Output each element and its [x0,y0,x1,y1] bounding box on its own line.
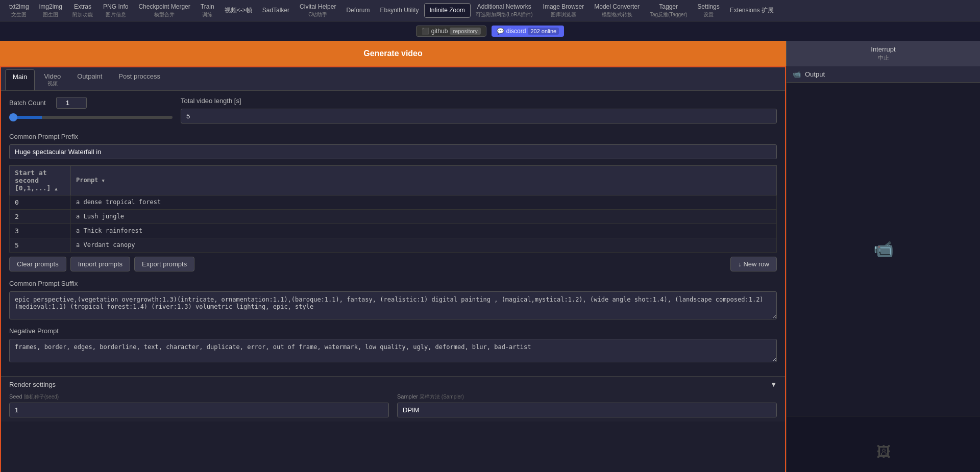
interrupt-button[interactable]: Interrupt 中止 [786,41,980,66]
negative-prompt-input[interactable]: frames, border, edges, borderline, text,… [9,339,777,362]
prompt-text: a Thick rainforest [71,223,777,238]
output-video-icon: 📹 [793,70,801,78]
nav-item-infinite-zoom[interactable]: Infinite Zoom [424,3,471,18]
sampler-col: Sampler 采样方法 (Sampler) [397,393,777,417]
main-layout: Main Video 视频 Outpaint Post proccess Bat… [0,66,980,472]
clear-prompts-button[interactable]: Clear prompts [9,257,66,271]
discord-icon: 💬 [497,28,504,35]
col-prompt-header[interactable]: Prompt [71,165,777,195]
seed-col: Seed 随机种子(seed) [9,393,389,417]
table-row: 2 a Lush jungle [10,209,777,223]
total-video-col: Total video length [s] [181,97,777,123]
output-header: 📹 Output [787,66,980,83]
left-panel: Main Video 视频 Outpaint Post proccess Bat… [0,66,786,472]
nav-item-checkpoint[interactable]: Checkpoint Merger 模型合并 [133,0,195,21]
output-image-area: 🖼 [787,416,980,472]
github-badge[interactable]: ⬛ github repository [416,26,486,37]
tab-bar: Main Video 视频 Outpaint Post proccess [1,67,785,91]
sampler-label: Sampler 采样方法 (Sampler) [397,393,777,401]
batch-count-header: Batch Count [9,97,173,109]
common-prompt-suffix-input[interactable]: epic perspective,(vegetation overgrowth:… [9,291,777,319]
nav-item-ebsynth[interactable]: Ebsynth Utility [375,4,424,18]
batch-count-slider-container [9,113,173,120]
output-camera-icon: 📹 [873,239,894,259]
tab-post-process[interactable]: Post proccess [111,69,167,90]
prompt-second: 0 [10,195,71,209]
main-content: Batch Count Total video length [s] Comm [1,91,785,376]
extensions-link[interactable]: Extensions 扩展 [725,4,779,17]
prompts-button-row: Clear prompts Import prompts Export prom… [9,257,777,271]
batch-video-row: Batch Count Total video length [s] [9,97,777,129]
batch-count-input[interactable] [56,97,87,109]
prompt-second: 3 [10,223,71,238]
output-image-icon: 🖼 [876,443,891,460]
negative-prompt-section: Negative Prompt frames, border, edges, b… [9,327,777,364]
discord-badge[interactable]: 💬 discord 202 online [492,26,564,37]
common-prompt-prefix-input[interactable] [9,144,777,159]
render-settings-section: Render settings ▼ Seed 随机种子(seed) Sample… [1,376,785,421]
nav-item-tagger[interactable]: Tagger Tag反推(Tagger) [645,0,692,21]
prompts-table: Start at second [0,1,...] Prompt 0 a den… [9,165,777,253]
export-prompts-button[interactable]: Export prompts [134,257,194,271]
sampler-input[interactable] [397,403,777,417]
table-row: 3 a Thick rainforest [10,223,777,238]
import-prompts-button[interactable]: Import prompts [70,257,130,271]
nav-item-deforum[interactable]: Deforum [341,4,375,18]
table-row: 0 a dense tropical forest [10,195,777,209]
prompt-second: 5 [10,238,71,252]
nav-item-video[interactable]: 视频<->帧 [219,4,257,18]
tab-video[interactable]: Video 视频 [37,69,68,90]
generate-button[interactable]: Generate video [0,41,786,66]
table-row: 5 a Verdant canopy [10,238,777,252]
total-video-label: Total video length [s] [181,97,241,105]
nav-item-image-browser[interactable]: Image Browser 图库浏览器 [538,0,590,21]
nav-item-settings[interactable]: Settings 设置 [692,0,724,21]
output-video-area: 📹 [787,83,980,416]
prompt-second: 2 [10,209,71,223]
render-settings-header[interactable]: Render settings ▼ [9,381,777,388]
collapse-icon: ▼ [770,381,777,388]
nav-item-additional[interactable]: Additional Networks 可选附加网络(LoRA插件) [471,0,538,21]
prompt-text: a Lush jungle [71,209,777,223]
tab-main[interactable]: Main [5,69,35,90]
common-prompt-suffix-label: Common Prompt Suffix [9,280,777,287]
nav-item-civitai[interactable]: Civitai Helper C站助手 [295,0,341,21]
nav-item-png-info[interactable]: PNG Info 图片信息 [98,0,133,21]
prompt-text: a dense tropical forest [71,195,777,209]
seed-input[interactable] [9,403,389,417]
seed-label: Seed 随机种子(seed) [9,393,389,401]
negative-prompt-label: Negative Prompt [9,327,777,335]
render-settings-content: Seed 随机种子(seed) Sampler 采样方法 (Sampler) [9,388,777,417]
external-links-bar: ⬛ github repository 💬 discord 202 online [0,21,980,41]
github-icon: ⬛ [422,28,429,35]
total-video-input[interactable] [181,109,777,123]
common-prompt-suffix-section: Common Prompt Suffix epic perspective,(v… [9,280,777,321]
total-video-header: Total video length [s] [181,97,777,105]
batch-count-label: Batch Count [9,99,50,107]
action-bar: Generate video Interrupt 中止 [0,41,980,66]
output-label: Output [805,70,825,78]
batch-count-col: Batch Count [9,97,173,129]
right-panel: 📹 Output 📹 🖼 [786,66,980,472]
new-row-button[interactable]: ↓ New row [730,257,777,271]
tab-outpaint[interactable]: Outpaint [70,69,109,90]
top-navigation: txt2img 文生图 img2img 图生图 Extras 附加功能 PNG … [0,0,980,21]
nav-item-train[interactable]: Train 训练 [195,0,219,21]
nav-item-img2img[interactable]: img2img 图生图 [34,0,67,21]
nav-item-sadtalker[interactable]: SadTalker [257,4,295,18]
common-prompt-prefix-label: Common Prompt Prefix [9,133,777,140]
common-prompt-prefix-section: Common Prompt Prefix [9,133,777,159]
nav-item-extras[interactable]: Extras 附加功能 [67,0,98,21]
nav-item-txt2img[interactable]: txt2img 文生图 [4,0,34,21]
nav-item-model-converter[interactable]: Model Converter 模型格式转换 [589,0,645,21]
col-second-header[interactable]: Start at second [0,1,...] [10,165,71,195]
batch-count-slider[interactable] [9,116,173,119]
prompt-text: a Verdant canopy [71,238,777,252]
